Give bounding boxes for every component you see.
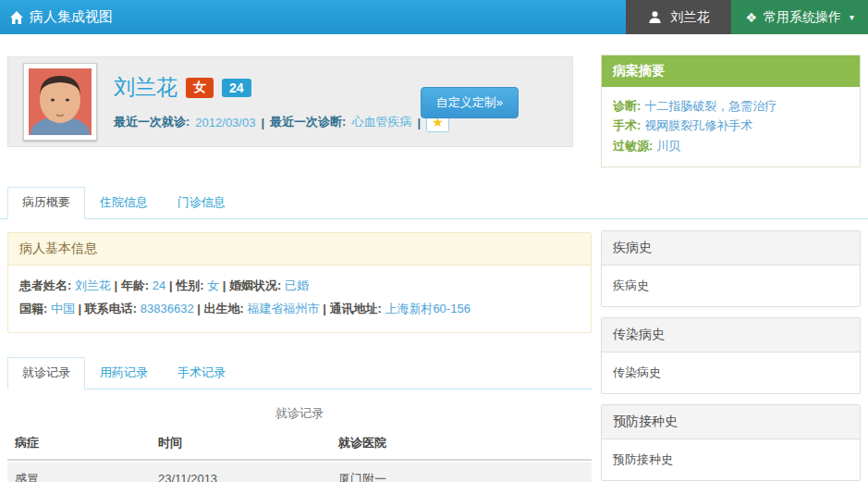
customize-button[interactable]: 自定义定制» [421, 87, 519, 118]
basic-info-panel: 病人基本信息 患者姓名: 刘兰花 | 年龄: 24 | 性别: 女 | 婚姻状况… [7, 232, 592, 332]
tab-medical-record-overview[interactable]: 病历概要 [7, 187, 85, 219]
panel-title: 疾病史 [602, 231, 860, 266]
hero-row: 刘兰花 女 24 最近一次就诊: 2012/03/03 | 最近一次诊断: 心血… [0, 34, 868, 167]
summary-surgery: 手术:视网膜裂孔修补手术 [613, 116, 849, 135]
panel-infectious-history: 传染病史 传染病史 [601, 317, 861, 394]
user-menu[interactable]: 刘兰花 [626, 0, 731, 34]
cell-hospital: 厦门附一 [331, 463, 592, 482]
patient-meta: 刘兰花 女 24 最近一次就诊: 2012/03/03 | 最近一次诊断: 心血… [114, 71, 449, 132]
panel-title: 预防接种史 [602, 405, 860, 439]
panel-disease-history: 疾病史 疾病史 [601, 230, 861, 307]
ops-icon: ❖ [745, 10, 757, 25]
case-summary-title: 病案摘要 [602, 56, 860, 87]
separator: | [223, 278, 226, 292]
birthplace-label: 出生地: [204, 302, 244, 315]
basic-info-row-2: 国籍: 中国 | 联系电话: 83836632 | 出生地: 福建省福州市 | … [19, 298, 580, 321]
name-label: 患者姓名: [19, 278, 71, 292]
tab-surgery-records[interactable]: 手术记录 [163, 357, 240, 389]
content-columns: 病人基本信息 患者姓名: 刘兰花 | 年龄: 24 | 性别: 女 | 婚姻状况… [0, 219, 868, 482]
header-symptom: 病症 [7, 427, 151, 461]
summary-diagnosis: 诊断:十二指肠破裂，急需治疗 [613, 96, 849, 116]
app-title: 病人集成视图 [0, 0, 113, 34]
cell-symptom: 感冒 [7, 463, 151, 482]
basic-info-body: 患者姓名: 刘兰花 | 年龄: 24 | 性别: 女 | 婚姻状况: 已婚 国籍… [8, 266, 591, 331]
panel-body[interactable]: 疾病史 [602, 266, 860, 306]
separator: | [323, 302, 326, 315]
marital-value: 已婚 [285, 278, 309, 292]
cell-time: 23/11/2013 [151, 463, 331, 482]
separator: | [169, 278, 173, 292]
system-ops-dropdown[interactable]: ❖ 常用系统操作 ▾ [731, 0, 868, 34]
phone-label: 联系电话: [85, 302, 137, 315]
allergen-value[interactable]: 川贝 [656, 139, 680, 153]
patient-card: 刘兰花 女 24 最近一次就诊: 2012/03/03 | 最近一次诊断: 心血… [7, 56, 573, 147]
separator: | [79, 302, 82, 315]
main-tabs: 病历概要 住院信息 门诊信息 [0, 187, 868, 219]
visits-table-caption: 就诊记录 [7, 405, 592, 422]
nationality-label: 国籍: [19, 302, 47, 315]
main-column: 病人基本信息 患者姓名: 刘兰花 | 年龄: 24 | 性别: 女 | 婚姻状况… [7, 219, 592, 482]
patient-photo-image [29, 68, 92, 135]
header-time: 时间 [151, 427, 331, 461]
surgery-value[interactable]: 视网膜裂孔修补手术 [644, 118, 752, 132]
last-visit-label: 最近一次就诊: [114, 114, 189, 130]
separator: | [417, 116, 421, 130]
table-row[interactable]: 感冒 23/11/2013 厦门附一 [7, 463, 592, 482]
visits-table-header-row: 病症 时间 就诊医院 [7, 427, 592, 461]
last-diagnosis-label: 最近一次诊断: [270, 114, 346, 130]
topbar-spacer [113, 0, 626, 34]
separator: | [115, 278, 118, 292]
diagnosis-label: 诊断: [613, 99, 641, 113]
visits-table: 病症 时间 就诊医院 感冒 23/11/2013 厦门附一 破伤风 10/11/… [7, 426, 592, 482]
last-diagnosis-value: 心血管疾病 [351, 114, 411, 130]
phone-value: 83836632 [141, 302, 194, 315]
panel-body[interactable]: 预防接种史 [602, 439, 860, 480]
age-badge: 24 [222, 79, 251, 97]
case-summary-body: 诊断:十二指肠破裂，急需治疗 手术:视网膜裂孔修补手术 过敏源:川贝 [602, 87, 860, 167]
header-hospital: 就诊医院 [331, 427, 592, 461]
gender-badge: 女 [186, 78, 214, 98]
age-value: 24 [153, 278, 165, 292]
age-label: 年龄: [121, 278, 149, 292]
address-label: 通讯地址: [329, 302, 381, 315]
caret-down-icon: ▾ [850, 12, 854, 22]
panel-vaccination-history: 预防接种史 预防接种史 [601, 404, 861, 481]
separator: | [261, 116, 264, 130]
panel-body[interactable]: 传染病史 [602, 352, 860, 393]
basic-info-title: 病人基本信息 [8, 233, 591, 266]
gender-value: 女 [207, 278, 219, 292]
address-value: 上海新村60-156 [385, 302, 470, 315]
last-visit-value: 2012/03/03 [195, 116, 255, 130]
separator: | [197, 302, 201, 315]
gender-label: 性别: [176, 278, 203, 292]
allergen-label: 过敏源: [613, 139, 653, 153]
tab-medication-records[interactable]: 用药记录 [85, 357, 163, 389]
surgery-label: 手术: [613, 118, 641, 132]
diagnosis-value[interactable]: 十二指肠破裂，急需治疗 [644, 99, 776, 113]
tab-visit-records[interactable]: 就诊记录 [7, 357, 85, 389]
marital-label: 婚姻状况: [229, 278, 281, 292]
birthplace-value: 福建省福州市 [248, 302, 320, 315]
summary-allergen: 过敏源:川贝 [613, 136, 849, 155]
top-nav-bar: 病人集成视图 刘兰花 ❖ 常用系统操作 ▾ [0, 0, 868, 34]
nationality-value: 中国 [51, 302, 75, 315]
app-title-text: 病人集成视图 [30, 8, 113, 26]
ops-label: 常用系统操作 [764, 9, 841, 26]
case-summary-panel: 病案摘要 诊断:十二指肠破裂，急需治疗 手术:视网膜裂孔修补手术 过敏源:川贝 [601, 55, 861, 167]
patient-photo [23, 63, 97, 141]
record-tabs: 就诊记录 用药记录 手术记录 [7, 357, 592, 389]
tab-inpatient-info[interactable]: 住院信息 [85, 187, 163, 219]
tab-outpatient-info[interactable]: 门诊信息 [163, 187, 240, 219]
home-icon[interactable] [9, 10, 24, 25]
last-visit-line: 最近一次就诊: 2012/03/03 | 最近一次诊断: 心血管疾病 | ★ [114, 112, 449, 132]
panel-title: 传染病史 [602, 318, 860, 352]
user-name: 刘兰花 [670, 9, 709, 26]
user-icon [648, 10, 662, 24]
basic-info-row-1: 患者姓名: 刘兰花 | 年龄: 24 | 性别: 女 | 婚姻状况: 已婚 [19, 275, 580, 298]
patient-name: 刘兰花 [114, 73, 177, 102]
patient-name-line: 刘兰花 女 24 [114, 73, 449, 102]
history-sidebar: 疾病史 疾病史 传染病史 传染病史 预防接种史 预防接种史 手术史 手术史 [601, 230, 861, 482]
name-value: 刘兰花 [75, 278, 111, 292]
